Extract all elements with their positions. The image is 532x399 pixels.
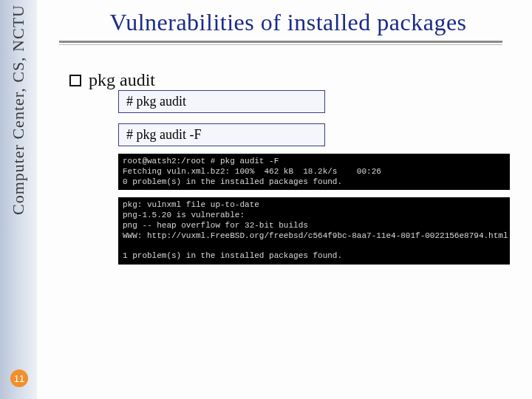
command-box-1: # pkg audit [118, 90, 325, 113]
term2-line3: png -- heap overflow for 32-bit builds [123, 221, 308, 230]
command-text-1: # pkg audit [126, 94, 186, 109]
term1-line3: 0 problem(s) in the installed packages f… [123, 177, 342, 186]
title-rule-thick [59, 41, 502, 43]
term2-line4: WWW: http://vuxml.FreeBSD.org/freebsd/c5… [123, 231, 508, 240]
cursor-icon [342, 177, 347, 186]
title-rule-thin [59, 44, 502, 45]
content-area: Vulnerabilities of installed packages pk… [52, 0, 525, 399]
term2-line6: 1 problem(s) in the installed packages f… [123, 251, 342, 260]
term1-line2: Fetching vuln.xml.bz2: 100% 462 kB 18.2k… [123, 167, 381, 176]
slide-root: Computer Center, CS, NCTU 11 Vulnerabili… [0, 0, 532, 399]
page-title: Vulnerabilities of installed packages [52, 9, 525, 36]
command-box-2: # pkg audit -F [118, 123, 325, 146]
terminal-block-2: pkg: vulnxml file up-to-date png-1.5.20 … [118, 197, 510, 265]
term2-line2: png-1.5.20 is vulnerable: [123, 211, 245, 219]
sidebar: Computer Center, CS, NCTU [0, 0, 37, 399]
term1-line1: root@watsh2:/root # pkg audit -F [123, 157, 279, 166]
page-number-badge: 11 [10, 369, 28, 387]
bullet-square-icon [69, 75, 81, 86]
page-number: 11 [14, 373, 24, 384]
command-text-2: # pkg audit -F [126, 127, 202, 142]
terminal-block-1: root@watsh2:/root # pkg audit -F Fetchin… [118, 154, 510, 190]
cursor-icon [342, 251, 347, 260]
sidebar-label-wrap: Computer Center, CS, NCTU [9, 4, 28, 215]
bullet-item: pkg audit [69, 70, 525, 90]
term2-line1: pkg: vulnxml file up-to-date [123, 200, 259, 209]
sidebar-label: Computer Center, CS, NCTU [9, 4, 28, 215]
bullet-label: pkg audit [89, 70, 155, 90]
